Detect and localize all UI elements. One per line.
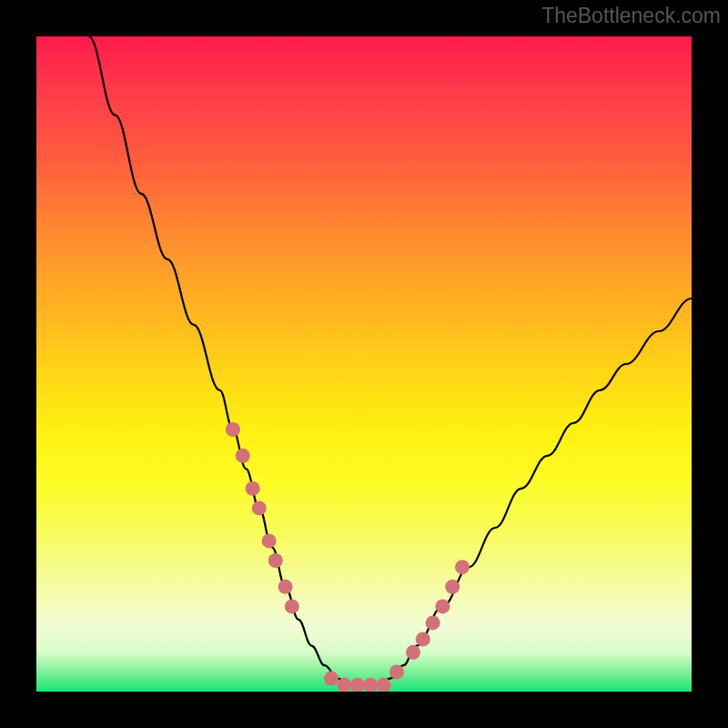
marker-point	[426, 615, 440, 630]
highlight-markers	[226, 422, 470, 692]
watermark-text: TheBottleneck.com	[541, 4, 721, 28]
marker-point	[236, 449, 250, 463]
marker-point	[285, 599, 299, 613]
curve-svg	[36, 36, 692, 692]
marker-point	[337, 678, 351, 692]
marker-point	[278, 580, 293, 594]
marker-point	[350, 678, 365, 692]
marker-point	[435, 599, 450, 613]
marker-point	[324, 672, 339, 686]
marker-point	[406, 645, 420, 660]
marker-point	[455, 560, 470, 574]
marker-point	[389, 664, 404, 679]
marker-point	[226, 422, 240, 437]
marker-point	[262, 533, 277, 548]
marker-point	[268, 553, 283, 568]
marker-point	[363, 678, 378, 692]
marker-point	[445, 580, 460, 594]
bottleneck-curve	[89, 36, 692, 685]
marker-point	[416, 632, 430, 646]
marker-point	[246, 481, 260, 496]
marker-point	[252, 500, 267, 515]
chart-area	[36, 36, 692, 692]
marker-point	[377, 678, 391, 692]
